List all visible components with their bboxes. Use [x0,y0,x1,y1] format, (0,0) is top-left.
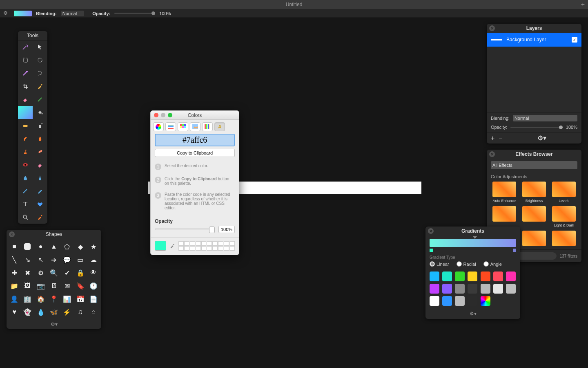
gradient-type-angle[interactable]: Angle [483,261,502,267]
gradient-preview[interactable] [430,239,516,247]
shape-lock[interactable]: 🔒 [75,267,85,278]
traffic-lights[interactable] [154,113,172,117]
gradient-stops[interactable] [430,249,516,252]
eyedropper-icon[interactable] [169,242,176,249]
shape-speech-rect[interactable]: ▭ [75,254,85,265]
tool-color-picker[interactable] [33,211,47,224]
gradient-swatch[interactable] [481,284,490,294]
close-icon[interactable]: ✕ [489,151,495,157]
effect-item[interactable] [521,231,547,248]
shape-cross[interactable]: ✖ [22,267,33,278]
layer-opacity-slider[interactable] [510,127,563,128]
tool-crop[interactable] [18,80,33,93]
gradient-swatch[interactable] [468,296,477,306]
shape-home[interactable]: 🏠 [36,294,46,304]
gradient-swatch[interactable] [468,272,477,281]
tool-pencil[interactable] [33,184,47,197]
gradient-swatch[interactable] [442,284,452,294]
opacity-slider[interactable] [155,229,215,230]
color-wheel-tab[interactable] [153,122,164,131]
effects-filter-select[interactable]: All Effects [491,161,577,169]
gradient-swatch[interactable] [493,272,503,281]
tool-sharpen[interactable] [33,171,47,184]
gradient-type-linear[interactable]: Linear [430,261,449,267]
gradient-swatch[interactable] [442,272,452,281]
tool-pen[interactable] [18,184,33,197]
tool-heal[interactable] [33,145,47,158]
shape-check[interactable]: ✔ [62,267,72,278]
shape-calendar[interactable]: 📅 [75,294,85,304]
shape-heart[interactable]: ♥ [9,307,20,317]
shape-house[interactable]: ⌂ [88,307,99,317]
shape-drop[interactable]: 💧 [36,307,46,317]
close-icon[interactable]: ✕ [9,231,15,237]
copy-to-clipboard-button[interactable]: Copy to Clipboard [155,149,235,157]
shape-arrow-right[interactable]: ➔ [49,254,59,265]
gradients-settings-button[interactable]: ⚙▾ [425,309,520,319]
swatch-wells[interactable] [178,241,235,251]
shape-user[interactable]: 👤 [9,294,20,304]
shape-butterfly[interactable]: 🦋 [49,307,59,317]
shape-folder[interactable]: 📁 [9,280,20,291]
close-window-icon[interactable] [154,113,158,117]
colors-titlebar[interactable]: Colors [151,111,239,120]
gradient-type-radial[interactable]: Radial [457,261,476,267]
tool-shape-circle[interactable] [18,119,33,132]
gradient-swatch[interactable] [493,284,503,294]
gradient-stop-left[interactable] [430,249,433,252]
shape-image[interactable]: 🖼 [22,280,33,291]
shape-gear[interactable]: ⚙ [36,267,46,278]
shape-rounded-square[interactable] [22,241,33,252]
shape-circle[interactable]: ● [36,241,46,252]
shape-eye[interactable]: 👁 [88,267,99,278]
shape-cloud[interactable]: ☁ [88,254,99,265]
layer-blending-select[interactable]: Normal [513,115,577,121]
shape-plus[interactable]: ✚ [9,267,20,278]
shape-document[interactable]: 📄 [88,294,99,304]
effect-item[interactable] [521,206,547,227]
gradient-swatch[interactable] [455,284,465,294]
tool-clone-stamp[interactable] [18,145,33,158]
tool-magic-wand[interactable] [18,40,33,54]
gradient-swatch[interactable] [430,272,439,281]
tool-spray[interactable] [33,119,47,132]
effect-item[interactable]: Light & Dark [551,206,577,227]
tool-lasso-poly[interactable] [33,67,47,80]
opacity-value-input[interactable] [218,226,235,233]
shape-square[interactable]: ■ [9,241,20,252]
effect-item[interactable] [551,231,577,248]
current-color-swatch[interactable] [155,241,166,251]
blending-select[interactable]: Normal [61,11,84,16]
tool-burn[interactable] [33,132,47,145]
gradient-stop-right[interactable] [513,249,516,252]
shape-mail[interactable]: ✉ [62,280,72,291]
shape-diamond[interactable]: ◆ [75,241,85,252]
gradient-swatch[interactable] [455,272,465,281]
layer-row[interactable]: Background Layer ✓ [487,33,581,47]
tool-text[interactable]: T [18,197,33,211]
gradient-swatch[interactable] [506,272,516,281]
tool-marquee-rect[interactable] [18,54,33,67]
tool-move[interactable] [33,40,47,54]
color-hex-tab[interactable]: # [214,122,225,131]
effect-item[interactable] [491,206,517,227]
tool-redeye[interactable] [18,158,33,171]
shape-bookmark[interactable]: 🔖 [75,280,85,291]
shape-pin[interactable]: 📍 [49,294,59,304]
shape-star[interactable]: ★ [88,241,99,252]
shape-monitor[interactable]: 🖥 [49,280,59,291]
shape-music[interactable]: ♫ [75,307,85,317]
tool-blur[interactable] [18,171,33,184]
color-sliders-tab[interactable] [165,122,176,131]
shape-line[interactable]: ╲ [9,254,20,265]
minimize-window-icon[interactable] [161,113,165,117]
remove-layer-button[interactable]: − [499,135,502,142]
gradient-swatch[interactable] [455,296,465,306]
color-image-tab[interactable] [190,122,200,131]
shape-bolt[interactable]: ⚡ [62,307,72,317]
opacity-slider[interactable] [114,13,155,14]
zoom-window-icon[interactable] [168,113,172,117]
tool-zoom[interactable] [18,211,33,224]
close-icon[interactable]: ✕ [489,25,495,31]
tool-gradient-eraser[interactable] [33,158,47,171]
